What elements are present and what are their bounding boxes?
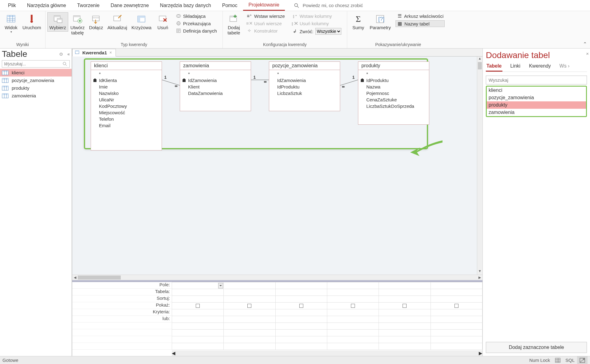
btn-usun[interactable]: Usuń <box>154 12 172 32</box>
nav-item-produkty[interactable]: produkty <box>0 84 72 92</box>
tab-narzedzia-glowne[interactable]: Narzędzia główne <box>22 0 72 11</box>
btn-sumy[interactable]: ΣSumy <box>349 12 368 32</box>
add-list-item-pozycje_zamowienia[interactable]: pozycje_zamowienia <box>487 94 586 101</box>
add-selected-button[interactable]: Dodaj zaznaczone tabele <box>486 342 587 353</box>
qbe-table[interactable] <box>172 282 482 350</box>
close-pane-icon[interactable]: × <box>586 51 589 56</box>
field-item[interactable]: IdZamowienia <box>269 77 340 84</box>
show-checkbox[interactable] <box>351 304 355 308</box>
btn-dolacz[interactable]: Dołącz <box>87 12 105 32</box>
table-produkty[interactable]: produkty*IdProduktuNazwaPojemnoscCenaZaS… <box>358 61 429 125</box>
add-list-item-klienci[interactable]: klienci <box>487 87 586 94</box>
table-klienci[interactable]: klienci*IdKlientaImieNazwiskoUlicaNrKodP… <box>91 61 162 151</box>
svg-line-43 <box>65 65 67 66</box>
search-icon[interactable] <box>63 62 69 66</box>
view-design-icon[interactable] <box>577 356 588 364</box>
show-checkbox[interactable] <box>247 304 251 308</box>
show-checkbox[interactable] <box>454 304 458 308</box>
group-label-typ: Typ kwerendy <box>47 42 221 48</box>
field-item[interactable]: Nazwisko <box>91 90 162 96</box>
field-item[interactable]: IdZamowienia <box>180 77 251 84</box>
field-item[interactable]: UlicaNr <box>91 96 162 103</box>
field-item[interactable]: Miejscowość <box>91 109 162 116</box>
field-item[interactable]: CenaZaSztuke <box>358 96 429 103</box>
btn-krzyzowa[interactable]: Krzyżowa <box>129 12 154 32</box>
svg-rect-78 <box>583 358 584 360</box>
add-tables-search[interactable] <box>486 76 587 84</box>
nav-collapse-icon[interactable]: « <box>67 52 70 57</box>
field-item[interactable]: LiczbaSztukDoSprzeda <box>358 103 429 109</box>
nav-item-zamowienia[interactable]: zamowienia <box>0 92 72 100</box>
table-pozycje_zamowienia[interactable]: pozycje_zamowienia*IdZamowieniaIdProdukt… <box>269 61 340 111</box>
tell-me[interactable]: Powiedz mi, co chcesz zrobić <box>294 3 363 8</box>
tab-tabele[interactable]: Tabele <box>486 63 502 72</box>
canvas-vscroll[interactable]: ▲ ▼ <box>477 57 482 275</box>
tab-narzedzia-bazy[interactable]: Narzędzia bazy danych <box>154 0 216 11</box>
field-item[interactable]: * <box>180 71 251 77</box>
field-item[interactable]: Email <box>91 122 162 129</box>
show-checkbox[interactable] <box>299 304 303 308</box>
tab-tworzenie[interactable]: Tworzenie <box>72 0 105 11</box>
field-item[interactable]: IdProduktu <box>358 77 429 84</box>
nav-dropdown-icon[interactable]: ⊙ <box>59 52 63 57</box>
nav-item-pozycje_zamowienia[interactable]: pozycje_zamowienia <box>0 76 72 84</box>
qbe-hscroll[interactable]: ◀▶ <box>172 350 482 356</box>
canvas-hscroll[interactable]: ◀ ▶ <box>72 275 482 280</box>
btn-arkusz-wlasciwosci[interactable]: ☰Arkusz właściwości <box>395 13 445 19</box>
doc-tab-kwerenda1[interactable]: Kwerenda1 × <box>72 49 116 57</box>
tab-projektowanie[interactable]: Projektowanie <box>243 0 285 11</box>
add-list-item-zamowienia[interactable]: zamowienia <box>487 109 586 116</box>
btn-parametry[interactable]: [?]Parametry <box>368 12 393 32</box>
tab-linki[interactable]: Linki <box>510 63 521 72</box>
field-item[interactable]: KodPocztowy <box>91 103 162 109</box>
field-item[interactable]: IdProduktu <box>269 84 340 90</box>
btn-aktualizuj[interactable]: Aktualizuj <box>105 12 129 32</box>
field-item[interactable]: DataZamowienia <box>180 90 251 96</box>
btn-utworz-tabele[interactable]: Utwórz tabelę <box>68 12 87 37</box>
btn-dodaj-tabele[interactable]: Dodaj tabele <box>225 12 243 37</box>
show-checkbox[interactable] <box>196 304 200 308</box>
btn-widok[interactable]: Widok ▾ <box>2 12 20 35</box>
zwroc-select[interactable]: Wszystkie <box>315 28 341 35</box>
field-item[interactable]: Klient <box>180 84 251 90</box>
field-item[interactable]: Nazwa <box>358 84 429 90</box>
ribbon-group-pokaz: ΣSumy [?]Parametry ☰Arkusz właściwości ▦… <box>347 11 449 48</box>
field-item[interactable]: LicbzaSztuk <box>269 90 340 96</box>
show-checkbox[interactable] <box>403 304 407 308</box>
tab-dane-zewnetrzne[interactable]: Dane zewnętrzne <box>105 0 155 11</box>
add-list-item-produkty[interactable]: produkty <box>487 101 586 109</box>
table-title: pozycje_zamowienia <box>269 62 340 70</box>
tab-more[interactable]: Ws › <box>559 63 570 72</box>
passthrough-icon <box>176 21 181 26</box>
nav-search[interactable] <box>2 60 70 68</box>
table-zamowienia[interactable]: zamowienia*IdZamowieniaKlientDataZamowie… <box>180 61 251 111</box>
field-item[interactable]: * <box>358 71 429 77</box>
btn-wstaw-wiersze[interactable]: ≡⁺Wstaw wiersze <box>246 13 286 19</box>
tab-plik[interactable]: Plik <box>2 0 22 11</box>
field-item[interactable]: Telefon <box>91 116 162 122</box>
btn-nazwy-tabel[interactable]: ▦Nazwy tabel <box>395 20 445 27</box>
field-item[interactable]: Imie <box>91 84 162 90</box>
field-dropdown[interactable] <box>218 283 223 288</box>
nav-search-input[interactable] <box>2 61 63 67</box>
field-item[interactable]: Pojemnosc <box>358 90 429 96</box>
tab-kwerendy[interactable]: Kwerendy <box>528 63 551 72</box>
nav-item-klienci[interactable]: klienci <box>0 69 72 76</box>
btn-przekazujaca[interactable]: Przekazująca <box>175 20 218 26</box>
btn-skladajaca[interactable]: Składająca <box>175 13 218 19</box>
collapse-ribbon-icon[interactable]: ⌃ <box>583 41 587 47</box>
design-canvas[interactable]: 1∞ 1∞ 1∞ klienci*IdKlientaImieNazwiskoUl… <box>72 57 477 275</box>
view-datasheet-icon[interactable] <box>553 356 563 364</box>
field-item[interactable]: IdKlienta <box>91 77 162 84</box>
ddl-icon <box>176 28 181 33</box>
field-item[interactable]: * <box>269 71 340 77</box>
tab-pomoc[interactable]: Pomoc <box>217 0 243 11</box>
btn-definicja[interactable]: Definicja danych <box>175 28 218 34</box>
row-zwroc[interactable]: ↲ Zwróć: Wszystkie <box>291 28 343 35</box>
view-sql[interactable]: SQL <box>563 356 577 364</box>
table-icon <box>2 93 9 98</box>
close-icon[interactable]: × <box>109 50 112 55</box>
btn-wybierz[interactable]: Wybierz <box>47 12 68 32</box>
btn-uruchom[interactable]: Uruchom <box>20 12 43 32</box>
field-item[interactable]: * <box>91 71 162 77</box>
